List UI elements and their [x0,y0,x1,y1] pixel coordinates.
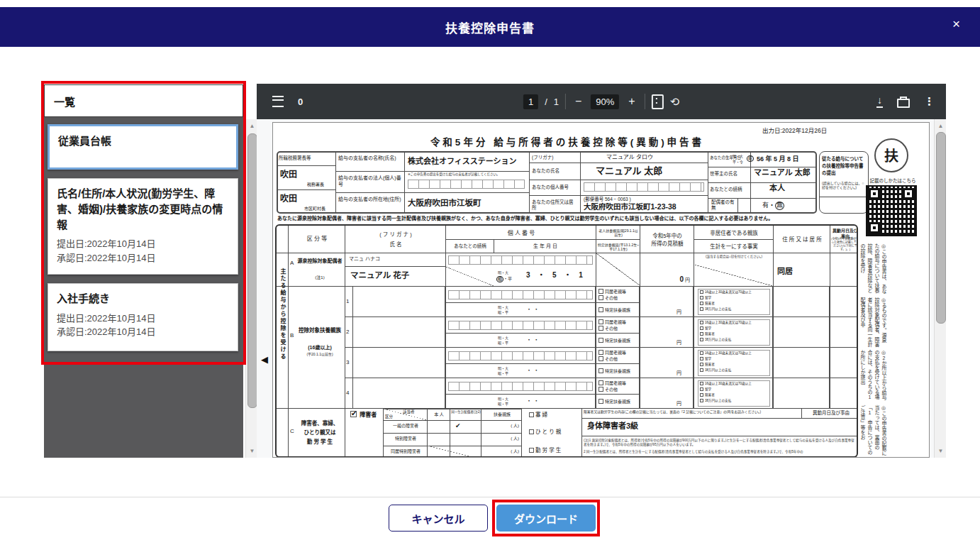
page-number-input[interactable]: 1 [523,94,538,109]
study-abroad-checkbox[interactable] [700,326,703,330]
nonresident-age-checkbox[interactable] [700,290,703,294]
sidebar-item-change-info[interactable]: 氏名/住所/本人状況(勤労学生、障害、婚姻)/扶養家族の変更時点の情報 提出日:… [48,178,238,275]
scroll-down-icon[interactable]: ▼ [935,446,947,456]
zoom-out-button[interactable]: − [572,95,584,108]
sidebar-scrollbar[interactable]: ▲ ▼ [245,119,257,458]
sidebar-item-onboarding[interactable]: 入社手続き 提出日:2022年10月14日 承認日:2022年10月14日 [48,283,238,351]
zoom-in-button[interactable]: + [625,95,637,108]
yen-label: 円 [676,370,681,377]
furigana-label: (フリガナ) [532,155,553,160]
study-abroad-checkbox[interactable] [700,296,703,299]
collapse-sidebar-icon[interactable]: ◀ [261,354,268,365]
card-title: 入社手続き [57,291,229,307]
birth-label: あなたの生年月日 [710,155,750,160]
pdf-scrollbar[interactable]: ▲ ▼ [934,119,946,458]
elder-cohabit-checkbox[interactable] [598,289,603,294]
rotate-icon[interactable]: ⟲ [670,95,679,109]
approve-date: 承認日:2022年10月14日 [57,251,229,265]
modal-header: 扶養控除申告書 [0,7,980,47]
widow-checkbox[interactable] [529,412,534,417]
a-name: マニュアル 花子 [350,270,409,280]
close-icon[interactable]: × [952,17,960,31]
disability-checkbox-checked[interactable] [350,411,357,417]
era-bottom: 昭・平 [498,341,508,345]
c-count: ( 人) [489,436,519,442]
specific-dependent-checkbox[interactable] [598,338,603,343]
payment-380k-checkbox[interactable] [700,368,703,372]
specific-dependent-checkbox[interactable] [598,399,603,404]
pdf-scroll-thumb[interactable] [936,132,946,324]
c-count: ( 人) [489,424,519,429]
spouse-yes: 有・ [762,202,775,209]
working-student-checkbox[interactable] [529,448,534,453]
elder-other-checkbox[interactable] [598,387,603,392]
sidebar-item-employee-ledger[interactable]: 従業員台帳 [48,124,238,170]
tax-office-label: 所轄税務署長等 [279,155,334,161]
birth-dots: ・ ・ [526,337,539,344]
furigana-value: マニュアル タロウ [606,154,653,161]
payment-380k-checkbox[interactable] [700,338,703,341]
card-title: 氏名/住所/本人状況(勤労学生、障害、婚姻)/扶養家族の変更時点の情報 [57,186,229,232]
elder-other-checkbox[interactable] [598,295,603,300]
era-bottom: 昭・平 [498,310,508,314]
disabled-checkbox[interactable] [700,332,703,336]
more-options-icon[interactable]: ⋮ [924,95,935,108]
disabled-checkbox[interactable] [700,393,703,397]
divider [565,94,566,109]
approve-date: 承認日:2022年10月14日 [57,325,229,339]
cancel-button[interactable]: キャンセル [389,505,488,532]
zoom-level[interactable]: 90% [591,94,619,109]
your-address: 大阪府吹田市江坂町1-23-38 [584,202,676,211]
elder-cohabit-checkbox[interactable] [598,350,603,355]
c-col-self: 本 人 [428,412,450,418]
main-salary-vertical-label: 主たる給与から控除を受ける [279,268,286,453]
print-date: 出力日:2022年12月26日 [762,127,827,135]
print-icon[interactable] [897,99,910,108]
payment-380k-checkbox[interactable] [700,399,703,402]
col-name-bottom: 氏 名 [347,241,444,248]
col-income-1: 令和5年中の [641,233,694,239]
qr-caption: 記載のしかたはこちら [856,178,930,184]
householder-label: 世帯主の氏名 [710,171,737,177]
payer-address-label: 給与の支払者の所在地(住所) [338,197,402,203]
dependent-row-number: 4 [346,390,349,397]
fit-page-icon[interactable] [652,94,664,109]
scroll-up-icon[interactable]: ▲ [935,121,947,131]
payer-number-label: 給与の支払者の法人(個人)番号 [338,175,402,188]
col-nonresident: 非居住者である親族 [695,230,773,236]
payment-380k-checkbox[interactable] [700,307,703,311]
yen-label: 円 [676,340,681,346]
nonresident-age-checkbox[interactable] [700,351,703,355]
pdf-download-icon[interactable]: ↓ [876,95,883,107]
study-abroad-checkbox[interactable] [700,387,703,391]
tax-office-name: 吹田 [280,170,297,180]
nonresident-age-checkbox[interactable] [700,321,703,324]
disabled-checkbox[interactable] [700,363,703,366]
qr-code [866,185,917,236]
disabled-checkbox[interactable] [700,302,703,305]
birth-dots: ・ ・ [526,398,539,405]
dependent-row-number: 1 [346,298,349,305]
col-relation: あなたとの続柄 [447,243,494,249]
elder-other-checkbox[interactable] [598,356,603,361]
col-livelihood: 生計を一にする事実 [695,243,773,250]
elder-cohabit-checkbox[interactable] [598,380,603,385]
elder-cohabit-checkbox[interactable] [598,319,603,324]
c-title: 障害者、寡婦、ひとり親又は勤 労 学 生 [296,419,344,446]
study-abroad-checkbox[interactable] [700,357,703,360]
download-button[interactable]: ダウンロード [496,505,596,532]
nonresident-age-checkbox[interactable] [700,382,703,385]
dependent-number-boxes [448,351,593,360]
a-birth-date: 3 ・ 5 ・ 1 [526,271,586,280]
specific-dependent-checkbox[interactable] [598,368,603,373]
single-parent-checkbox[interactable] [529,429,534,434]
elder-other-checkbox[interactable] [598,326,603,331]
b-title: 控除対象扶養親族 [296,326,344,336]
menu-icon[interactable] [272,96,284,107]
tax-office-suffix: 税務署長 [307,182,324,188]
c-change-label: 異動月日及び事由 [803,410,858,416]
b-letter: B [290,332,294,339]
working-student-label: 勤 労 学 生 [535,447,561,453]
specific-dependent-checkbox[interactable] [598,307,603,312]
sidebar-scroll-thumb[interactable] [247,133,257,408]
